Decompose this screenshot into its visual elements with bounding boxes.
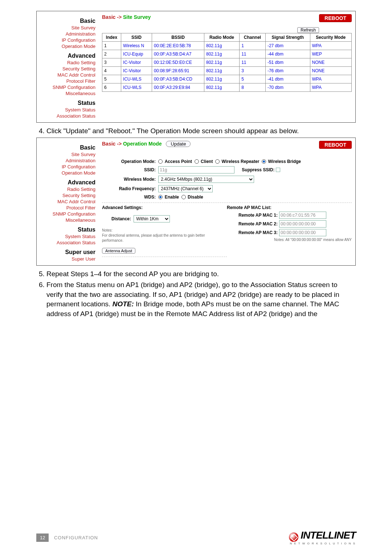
sidebar-association-status[interactable]: Association Status	[38, 113, 95, 119]
antenna-adjust-button[interactable]: Antenna Adjust	[102, 248, 135, 254]
page-number: 12	[36, 533, 49, 542]
side-h-super: Super user	[38, 249, 95, 255]
breadcrumb: Basic -> Site Survey	[102, 14, 151, 20]
suppress-ssid-checkbox[interactable]	[276, 168, 280, 172]
side-h-advanced: Advanced	[38, 53, 95, 59]
crumb-site-survey: Site Survey	[123, 14, 151, 20]
op-mode-radio-1[interactable]	[195, 159, 199, 164]
ssid-label: SSID:	[102, 167, 156, 172]
sidebar-operation-mode[interactable]: Operation Mode	[38, 44, 95, 49]
remote-mac-input-2[interactable]	[279, 220, 326, 228]
step-6: From the Status menu on AP1 (bridge) and…	[46, 280, 356, 319]
brand-tagline: N E T W O R K S O L U T I O N S	[289, 542, 356, 545]
table-row: 4IC-Visitor00:08:9F:28:65:91802.11g3-76 …	[102, 67, 352, 75]
sidebar-protocol-filter-2[interactable]: Protocol Filter	[38, 205, 95, 210]
operation-mode-label: Operation Mode:	[102, 159, 156, 164]
side-h-status: Status	[38, 100, 95, 106]
th-bssid: BSSID	[152, 33, 204, 42]
sidebar-operation-mode-2[interactable]: Operation Mode	[38, 170, 95, 176]
sidebar-2: Basic Site Survey Administration IP Conf…	[37, 138, 98, 265]
survey-main: Basic -> Site Survey REBOOT Refresh Inde…	[98, 11, 355, 122]
crumb-operation-mode: Operation Mode	[123, 141, 162, 147]
remote-ap-mac-header: Remote AP MAC List:	[227, 205, 271, 210]
sidebar-site-survey-2[interactable]: Site Survey	[38, 152, 95, 157]
op-mode-radio-0[interactable]	[158, 159, 163, 164]
sidebar-system-status[interactable]: System Status	[38, 107, 95, 113]
table-row: 1Wireless N00:0E:2E:E0:5B:78802.11g1-27 …	[102, 42, 352, 50]
notes-header: Notes:	[102, 228, 113, 232]
suppress-ssid-label: Suppress SSID:	[242, 167, 274, 172]
side-h-status-2: Status	[38, 226, 95, 233]
op-mode-radio-3[interactable]	[262, 159, 266, 164]
brand-name: INTELLINET	[301, 530, 356, 541]
sidebar-ip-config[interactable]: IP Configuration	[38, 37, 95, 43]
page-footer: 12 CONFIGURATION INTELLINET N E T W O R …	[36, 530, 356, 545]
th-security: Security Mode	[310, 33, 351, 42]
sidebar-ip-config-2[interactable]: IP Configuration	[38, 164, 95, 169]
th-index: Index	[102, 33, 121, 42]
site-survey-screenshot: Basic Site Survey Administration IP Conf…	[36, 11, 356, 123]
side-h-basic: Basic	[38, 18, 95, 24]
sidebar-administration[interactable]: Administration	[38, 31, 95, 37]
remote-mac-input-1[interactable]	[279, 212, 326, 219]
crumb-arrow: ->	[117, 14, 122, 20]
doc-list-5: Repeat Steps 1–4 for the second AP you a…	[46, 269, 356, 319]
th-signal: Signal Strength	[265, 33, 310, 42]
survey-header-row: Index SSID BSSID Radio Mode Channel Sign…	[102, 33, 352, 42]
table-row: 2ICU-Equip00:0F:A3:5B:D4:A7802.11g11-44 …	[102, 50, 352, 58]
ssid-input[interactable]	[158, 166, 234, 173]
operation-mode-line: Operation Mode: Access Point Client Wire…	[102, 159, 352, 164]
distance-label: Distance:	[102, 216, 131, 221]
op-main: Basic -> Operation Mode Update REBOOT Op…	[98, 138, 355, 265]
sidebar-security-setting-2[interactable]: Security Setting	[38, 193, 95, 198]
sidebar-snmp-config[interactable]: SNMP Configuration	[38, 85, 95, 90]
step-6-note: NOTE:	[113, 300, 134, 308]
sidebar-radio-setting-2[interactable]: Radio Setting	[38, 187, 95, 192]
sidebar-administration-2[interactable]: Administration	[38, 158, 95, 163]
sidebar-security-setting[interactable]: Security Setting	[38, 66, 95, 71]
op-mode-radio-2[interactable]	[215, 159, 220, 164]
doc-list-4: Click "Update" and "Reboot." The Operati…	[46, 126, 356, 136]
remote-mac-label-3: Remote AP MAC 3:	[227, 230, 278, 235]
wds-radio-1[interactable]	[181, 195, 186, 199]
update-button[interactable]: Update	[166, 141, 191, 147]
reboot-button[interactable]: REBOOT	[319, 14, 352, 22]
sidebar-super-user[interactable]: Super User	[38, 256, 95, 262]
sidebar-system-status-2[interactable]: System Status	[38, 234, 95, 239]
table-row: 6ICU-WLS00:0F:A3:29:E9:84802.11g8-70 dbm…	[102, 83, 352, 92]
breadcrumb-2: Basic -> Operation Mode	[102, 141, 163, 147]
radio-freq-label: Radio Frequency:	[102, 186, 156, 191]
refresh-button[interactable]: Refresh	[297, 27, 319, 33]
remote-mac-input-3[interactable]	[279, 229, 326, 236]
sidebar-mac-addr-control[interactable]: MAC Addr Control	[38, 72, 95, 78]
wireless-mode-select[interactable]: 2.4GHz 54Mbps (802.11g)	[158, 176, 254, 183]
side-h-advanced-2: Advanced	[38, 179, 95, 186]
footer-section: CONFIGURATION	[54, 535, 98, 540]
remote-mac-note: Notes: All "00:00:00:00:00:00" means all…	[227, 238, 352, 242]
sidebar-association-status-2[interactable]: Association Status	[38, 240, 95, 245]
table-row: 3IC-Visitor00:12:0E:5D:E0:CE802.11g11-51…	[102, 58, 352, 67]
wds-label: WDS:	[102, 195, 156, 200]
sidebar-site-survey[interactable]: Site Survey	[38, 25, 95, 30]
brand-logo-icon	[289, 532, 298, 542]
sidebar-snmp-config-2[interactable]: SNMP Configuration	[38, 211, 95, 217]
wds-radio-0[interactable]	[158, 195, 163, 199]
sidebar-miscellaneous-2[interactable]: Miscellaneous	[38, 217, 95, 223]
survey-table: Index SSID BSSID Radio Mode Channel Sign…	[102, 33, 352, 92]
wireless-mode-label: Wireless Mode:	[102, 177, 156, 182]
operation-mode-screenshot: Basic Site Survey Administration IP Conf…	[36, 138, 356, 266]
sidebar-protocol-filter[interactable]: Protocol Filter	[38, 78, 95, 84]
th-ssid: SSID	[121, 33, 152, 42]
remote-mac-label-2: Remote AP MAC 2:	[227, 221, 278, 226]
th-channel: Channel	[240, 33, 266, 42]
sidebar-mac-addr-control-2[interactable]: MAC Addr Control	[38, 199, 95, 204]
crumb-basic-2: Basic	[102, 141, 115, 147]
distance-select[interactable]: Within 1Km	[134, 215, 170, 222]
reboot-button-2[interactable]: REBOOT	[319, 141, 352, 149]
sidebar: Basic Site Survey Administration IP Conf…	[37, 11, 98, 122]
sidebar-radio-setting[interactable]: Radio Setting	[38, 60, 95, 65]
radio-freq-select[interactable]: 2437MHz (Channel 6)	[158, 185, 213, 192]
sidebar-miscellaneous[interactable]: Miscellaneous	[38, 91, 95, 96]
step-4: Click "Update" and "Reboot." The Operati…	[46, 126, 356, 136]
crumb-basic: Basic	[102, 14, 115, 20]
